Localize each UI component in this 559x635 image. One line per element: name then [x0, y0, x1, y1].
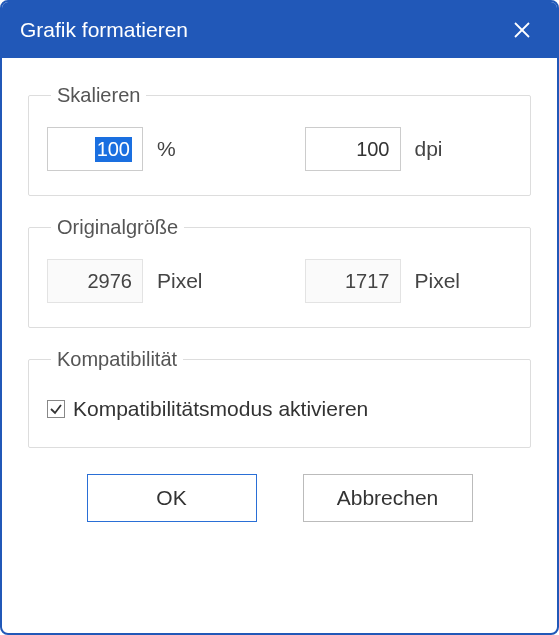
titlebar: Grafik formatieren — [2, 2, 557, 58]
original-height-value — [305, 259, 401, 303]
dialog-buttons: OK Abbrechen — [28, 460, 531, 522]
compat-checkbox-label: Kompatibilitätsmodus aktivieren — [73, 397, 368, 421]
compat-legend: Kompatibilität — [51, 348, 183, 371]
scale-percent-value: 100 — [95, 137, 132, 162]
original-width-value — [47, 259, 143, 303]
percent-unit-label: % — [157, 137, 176, 161]
original-width-unit: Pixel — [157, 269, 203, 293]
ok-button[interactable]: OK — [87, 474, 257, 522]
dialog-content: Skalieren 100 % dpi Originalgröße — [2, 58, 557, 633]
scaling-group: Skalieren 100 % dpi — [28, 84, 531, 196]
cancel-button[interactable]: Abbrechen — [303, 474, 473, 522]
close-icon[interactable] — [505, 17, 539, 43]
format-graphic-dialog: Grafik formatieren Skalieren 100 % — [0, 0, 559, 635]
compat-checkbox-row[interactable]: Kompatibilitätsmodus aktivieren — [47, 391, 512, 423]
dpi-unit-label: dpi — [415, 137, 443, 161]
dialog-title: Grafik formatieren — [20, 18, 188, 42]
original-height-unit: Pixel — [415, 269, 461, 293]
original-size-group: Originalgröße Pixel Pixel — [28, 216, 531, 328]
compat-checkbox[interactable] — [47, 400, 65, 418]
check-icon — [49, 402, 63, 416]
scale-dpi-input[interactable] — [305, 127, 401, 171]
compatibility-group: Kompatibilität Kompatibilitätsmodus akti… — [28, 348, 531, 448]
original-legend: Originalgröße — [51, 216, 184, 239]
scale-percent-input[interactable]: 100 — [47, 127, 143, 171]
scaling-legend: Skalieren — [51, 84, 146, 107]
